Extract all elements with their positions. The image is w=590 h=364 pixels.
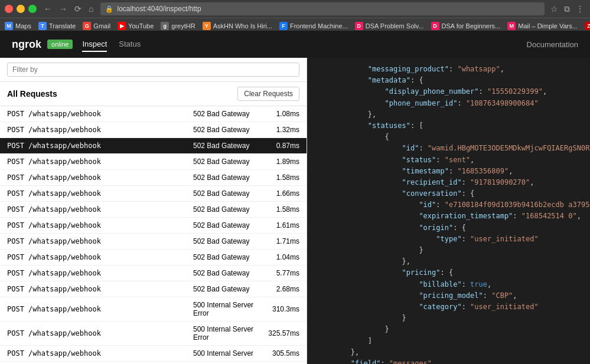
documentation-link[interactable]: Documentation bbox=[527, 40, 578, 49]
request-time: 1.89ms bbox=[264, 158, 299, 166]
refresh-button[interactable]: ⟳ bbox=[72, 3, 84, 15]
request-time: 1.32ms bbox=[264, 126, 299, 134]
request-time: 310.3ms bbox=[264, 305, 299, 313]
request-row[interactable]: POST /whatsapp/webhook 502 Bad Gateway 1… bbox=[0, 202, 307, 218]
app-logo: ngrok bbox=[12, 38, 41, 51]
request-time: 305.5ms bbox=[264, 349, 299, 358]
star-icon[interactable]: ☆ bbox=[549, 3, 559, 15]
bookmark-label: AskHN Who Is Hiri... bbox=[213, 22, 272, 29]
bookmark-icon: D bbox=[355, 22, 363, 30]
request-time: 325.57ms bbox=[264, 329, 299, 337]
app-nav: Inspect Status bbox=[82, 37, 141, 52]
bookmark-icon: F bbox=[279, 22, 288, 30]
request-row[interactable]: POST /whatsapp/webhook 502 Bad Gateway 1… bbox=[0, 186, 307, 202]
bookmark-item[interactable]: DDSA Problem Solv... bbox=[355, 22, 424, 30]
bookmark-item[interactable]: MMaps bbox=[5, 22, 31, 30]
close-button[interactable] bbox=[5, 5, 13, 13]
app-header: ngrok online Inspect Status Documentatio… bbox=[0, 31, 590, 58]
request-status: 502 Bad Gateway bbox=[193, 237, 264, 245]
request-row[interactable]: POST /whatsapp/webhook 500 Internal Serv… bbox=[0, 297, 307, 322]
request-status: 502 Bad Gateway bbox=[193, 158, 264, 166]
address-bar[interactable]: 🔒 localhost:4040/inspect/http bbox=[100, 2, 545, 15]
minimize-button[interactable] bbox=[17, 5, 25, 13]
bookmark-label: Translate bbox=[49, 22, 76, 29]
request-method-path: POST /whatsapp/webhook bbox=[7, 269, 193, 277]
bookmark-item[interactable]: ▶YouTube bbox=[118, 22, 154, 30]
bookmark-icon: M bbox=[507, 22, 516, 30]
request-row[interactable]: POST /whatsapp/webhook 502 Bad Gateway 1… bbox=[0, 154, 307, 170]
request-method-path: POST /whatsapp/webhook bbox=[7, 253, 193, 261]
bookmark-item[interactable]: ggreytHR bbox=[161, 22, 195, 30]
nav-inspect[interactable]: Inspect bbox=[82, 37, 107, 52]
bookmark-icon: g bbox=[161, 22, 169, 30]
back-button[interactable]: ← bbox=[41, 3, 54, 15]
request-status: 502 Bad Gateway bbox=[193, 189, 264, 198]
request-time: 1.58ms bbox=[264, 205, 299, 214]
browser-chrome: ← → ⟳ ⌂ 🔒 localhost:4040/inspect/http ☆ … bbox=[0, 0, 590, 31]
request-row[interactable]: POST /whatsapp/webhook 502 Bad Gateway 1… bbox=[0, 170, 307, 186]
maximize-button[interactable] bbox=[28, 5, 37, 13]
request-method-path: POST /whatsapp/webhook bbox=[7, 158, 193, 166]
requests-header: All Requests Clear Requests bbox=[0, 82, 307, 106]
request-method-path: POST /whatsapp/webhook bbox=[7, 205, 193, 214]
request-status: 502 Bad Gateway bbox=[193, 126, 264, 134]
request-method-path: POST /whatsapp/webhook bbox=[7, 189, 193, 198]
bookmark-label: greytHR bbox=[171, 22, 195, 29]
request-row[interactable]: POST /whatsapp/webhook 500 Internal Serv… bbox=[0, 322, 307, 346]
bookmark-item[interactable]: Z(3) Zoho People bbox=[585, 22, 590, 30]
bookmark-label: YouTube bbox=[128, 22, 154, 29]
bookmark-item[interactable]: TTranslate bbox=[38, 22, 76, 30]
bookmark-item[interactable]: DDSA for Beginners... bbox=[431, 22, 501, 30]
extensions-icon[interactable]: ⧉ bbox=[563, 3, 571, 15]
request-status: 502 Bad Gateway bbox=[193, 221, 264, 229]
request-row[interactable]: POST /whatsapp/webhook 502 Bad Gateway 1… bbox=[0, 218, 307, 234]
bookmark-icon: G bbox=[83, 22, 91, 30]
requests-panel: All Requests Clear Requests POST /whatsa… bbox=[0, 58, 307, 364]
clear-requests-button[interactable]: Clear Requests bbox=[237, 87, 299, 101]
request-status: 502 Bad Gateway bbox=[193, 253, 264, 261]
request-time: 1.08ms bbox=[264, 110, 299, 118]
address-text: localhost:4040/inspect/http bbox=[117, 5, 201, 13]
requests-list: POST /whatsapp/webhook 502 Bad Gateway 1… bbox=[0, 106, 307, 364]
request-time: 1.61ms bbox=[264, 221, 299, 229]
filter-input[interactable] bbox=[7, 63, 299, 77]
bookmark-label: Maps bbox=[15, 22, 31, 29]
request-row[interactable]: POST /whatsapp/webhook 502 Bad Gateway 5… bbox=[0, 265, 307, 281]
nav-controls: ← → ⟳ ⌂ bbox=[41, 3, 96, 15]
request-time: 1.58ms bbox=[264, 173, 299, 182]
request-row[interactable]: POST /whatsapp/webhook 502 Bad Gateway 1… bbox=[0, 106, 307, 122]
request-row[interactable]: POST /whatsapp/webhook 502 Bad Gateway 1… bbox=[0, 250, 307, 265]
request-method-path: POST /whatsapp/webhook bbox=[7, 221, 193, 229]
filter-bar bbox=[0, 58, 307, 82]
request-method-path: POST /whatsapp/webhook bbox=[7, 142, 193, 150]
json-panel: "messaging_product": "whatsapp", "metada… bbox=[307, 58, 590, 364]
request-status: 500 Internal Server Error bbox=[193, 301, 264, 317]
request-status: 500 Internal Server Error bbox=[193, 325, 264, 342]
request-method-path: POST /whatsapp/webhook bbox=[7, 349, 193, 358]
request-time: 5.77ms bbox=[264, 269, 299, 277]
bookmark-icon: M bbox=[5, 22, 13, 30]
request-time: 1.71ms bbox=[264, 237, 299, 245]
forward-button[interactable]: → bbox=[57, 3, 70, 15]
json-content: "messaging_product": "whatsapp", "metada… bbox=[317, 64, 581, 364]
bookmark-item[interactable]: GGmail bbox=[83, 22, 110, 30]
request-row[interactable]: POST /whatsapp/webhook 502 Bad Gateway 2… bbox=[0, 281, 307, 297]
bookmark-label: DSA for Beginners... bbox=[442, 22, 501, 29]
menu-icon[interactable]: ⋮ bbox=[575, 3, 585, 15]
request-row[interactable]: POST /whatsapp/webhook 502 Bad Gateway 0… bbox=[0, 138, 307, 154]
bookmark-item[interactable]: YAskHN Who Is Hiri... bbox=[203, 22, 272, 30]
nav-status[interactable]: Status bbox=[119, 37, 141, 52]
request-status: 502 Bad Gateway bbox=[193, 285, 264, 293]
request-row[interactable]: POST /whatsapp/webhook 500 Internal Serv… bbox=[0, 346, 307, 362]
request-row[interactable]: POST /whatsapp/webhook 502 Bad Gateway 1… bbox=[0, 122, 307, 138]
bookmark-label: DSA Problem Solv... bbox=[366, 22, 424, 29]
request-method-path: POST /whatsapp/webhook bbox=[7, 237, 193, 245]
bookmark-item[interactable]: MMail – Dimple Vars... bbox=[507, 22, 578, 30]
bookmark-item[interactable]: FFrontend Machine... bbox=[279, 22, 348, 30]
all-requests-title: All Requests bbox=[7, 89, 57, 99]
request-row[interactable]: POST /whatsapp/webhook 502 Bad Gateway 1… bbox=[0, 234, 307, 250]
window-controls bbox=[5, 5, 37, 13]
online-status-badge: online bbox=[47, 40, 73, 49]
home-button[interactable]: ⌂ bbox=[86, 3, 96, 15]
request-status: 502 Bad Gateway bbox=[193, 205, 264, 214]
